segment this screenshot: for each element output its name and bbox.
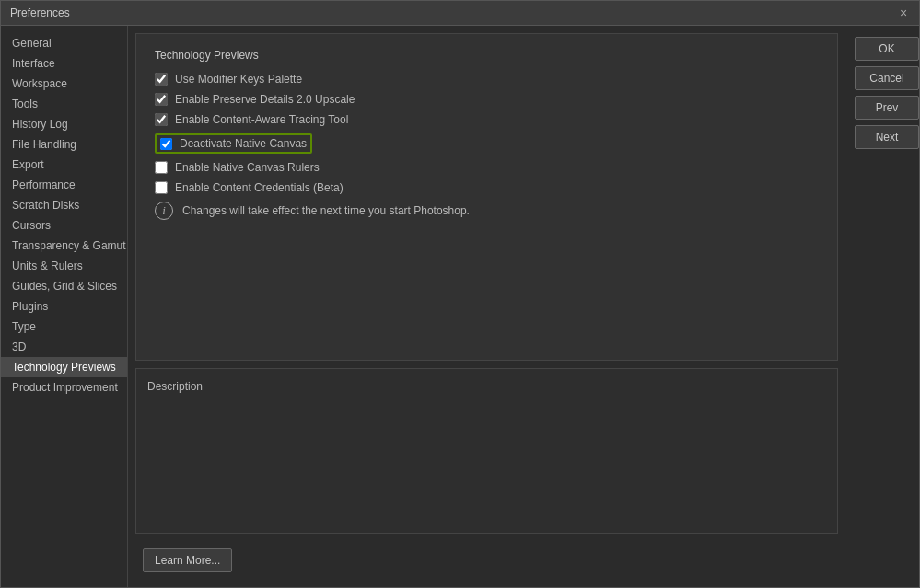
sidebar-item-general[interactable]: General [1, 33, 127, 53]
right-buttons: OK Cancel Prev Next [845, 26, 919, 587]
checkbox-cb5[interactable] [155, 161, 168, 174]
checkbox-label-cb6[interactable]: Enable Content Credentials (Beta) [175, 181, 344, 194]
checkbox-cb4[interactable] [160, 138, 172, 150]
sidebar-item-interface[interactable]: Interface [1, 53, 127, 74]
dialog-body: GeneralInterfaceWorkspaceToolsHistory Lo… [1, 26, 919, 587]
sidebar-item-technology-previews[interactable]: Technology Previews [1, 357, 127, 377]
sidebar-item-tools[interactable]: Tools [1, 94, 127, 114]
close-button[interactable]: × [897, 6, 910, 19]
info-message: Changes will take effect the next time y… [182, 204, 470, 217]
highlighted-checkbox-row: Deactivate Native Canvas [155, 133, 312, 154]
checkbox-row-4: Enable Native Canvas Rulers [155, 161, 819, 174]
section-title: Technology Previews [155, 49, 819, 62]
checkbox-label-cb1[interactable]: Use Modifier Keys Palette [175, 73, 302, 86]
title-bar: Preferences × [1, 1, 919, 26]
checkbox-label-cb4[interactable]: Deactivate Native Canvas [180, 137, 307, 150]
info-row: i Changes will take effect the next time… [155, 202, 819, 220]
checkbox-cb1[interactable] [155, 73, 168, 86]
sidebar-item-units--rulers[interactable]: Units & Rulers [1, 256, 127, 276]
learn-more-button[interactable]: Learn More... [143, 548, 232, 572]
checkbox-row-2: Enable Content-Aware Tracing Tool [155, 113, 819, 126]
sidebar-item-plugins[interactable]: Plugins [1, 296, 127, 317]
sidebar-item-3d[interactable]: 3D [1, 337, 127, 357]
dialog-title: Preferences [10, 6, 70, 19]
checkbox-label-cb5[interactable]: Enable Native Canvas Rulers [175, 161, 320, 174]
sidebar-item-file-handling[interactable]: File Handling [1, 134, 127, 155]
sidebar: GeneralInterfaceWorkspaceToolsHistory Lo… [1, 26, 128, 587]
checkbox-cb6[interactable] [155, 181, 168, 194]
checkbox-cb2[interactable] [155, 93, 168, 106]
sidebar-item-transparency--gamut[interactable]: Transparency & Gamut [1, 236, 127, 256]
sidebar-item-cursors[interactable]: Cursors [1, 215, 127, 236]
checkbox-row-1: Enable Preserve Details 2.0 Upscale [155, 93, 819, 106]
checkbox-label-cb2[interactable]: Enable Preserve Details 2.0 Upscale [175, 93, 355, 106]
checkbox-row-0: Use Modifier Keys Palette [155, 73, 819, 86]
checkboxes-container: Use Modifier Keys PaletteEnable Preserve… [155, 73, 819, 194]
description-box: Description [135, 368, 838, 534]
learn-more-area: Learn More... [128, 541, 845, 587]
sidebar-item-type[interactable]: Type [1, 317, 127, 337]
prev-button[interactable]: Prev [855, 96, 919, 120]
sidebar-item-history-log[interactable]: History Log [1, 114, 127, 134]
sidebar-item-scratch-disks[interactable]: Scratch Disks [1, 195, 127, 215]
checkbox-label-cb3[interactable]: Enable Content-Aware Tracing Tool [175, 113, 348, 126]
sidebar-item-product-improvement[interactable]: Product Improvement [1, 377, 127, 398]
sidebar-item-export[interactable]: Export [1, 155, 127, 175]
checkbox-row-5: Enable Content Credentials (Beta) [155, 181, 819, 194]
preferences-dialog: Preferences × GeneralInterfaceWorkspaceT… [0, 0, 920, 588]
checkbox-cb3[interactable] [155, 113, 168, 126]
ok-button[interactable]: OK [855, 37, 919, 61]
cancel-button[interactable]: Cancel [855, 66, 919, 90]
sidebar-item-guides-grid--slices[interactable]: Guides, Grid & Slices [1, 276, 127, 296]
description-label: Description [147, 380, 826, 393]
sidebar-item-workspace[interactable]: Workspace [1, 74, 127, 94]
content-area: Technology Previews Use Modifier Keys Pa… [135, 33, 838, 361]
next-button[interactable]: Next [855, 125, 919, 149]
info-icon: i [155, 202, 173, 220]
sidebar-item-performance[interactable]: Performance [1, 175, 127, 195]
